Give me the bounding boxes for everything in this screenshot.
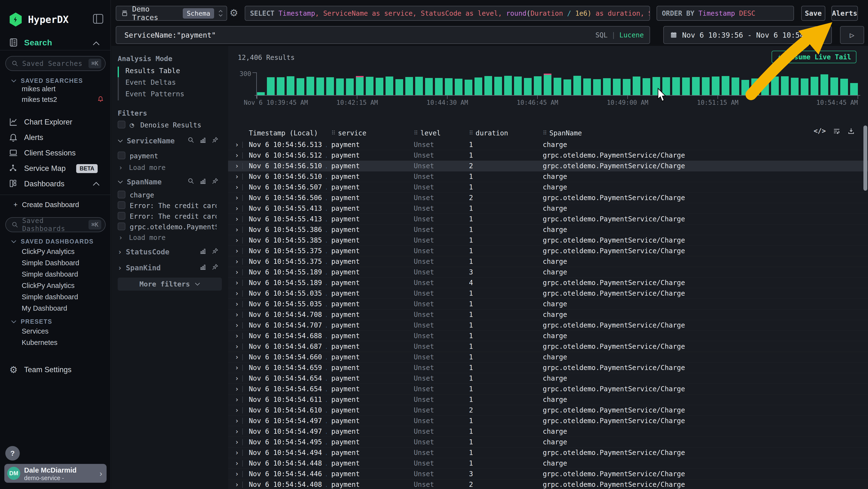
saved-searches-input[interactable]: Saved Searches ⌘K [5,56,105,71]
row-expander[interactable]: › [228,449,249,457]
bar-chart-icon[interactable] [199,264,207,270]
histogram-bar[interactable] [563,79,571,95]
spanname-option-label[interactable]: charge [130,191,154,199]
sidebar-item-dashboards[interactable]: Dashboards [9,179,64,189]
histogram-bar[interactable] [544,75,551,95]
saved-dashboard-item[interactable]: Simple dashboard [22,293,78,301]
row-expander[interactable]: › [228,268,249,276]
row-expand-icon[interactable]: › [235,226,239,234]
histogram-bar[interactable] [643,78,650,95]
date-range-input[interactable]: Nov 6 10:39:56 - Nov 6 10:54:56 [663,26,832,44]
row-expand-icon[interactable]: › [235,173,239,180]
row-expand-icon[interactable]: › [235,151,239,159]
histogram-bar[interactable] [751,79,759,95]
histogram-bar[interactable] [791,78,799,95]
filter-group-spankind[interactable]: › SpanKind [118,264,161,272]
table-row[interactable]: ›Nov 6 10:54:54.687 AMpaymentUnset1grpc.… [228,341,868,352]
filter-group-spanname[interactable]: SpanName [118,178,162,186]
query-language-toggle[interactable]: SQL | Lucene [595,31,644,39]
row-expand-icon[interactable]: › [235,300,239,308]
histogram-bar[interactable] [465,80,472,95]
drag-handle-icon[interactable]: ⠿ [414,130,418,136]
table-row[interactable]: ›Nov 6 10:54:54.497 AMpaymentUnset1grpc.… [228,415,868,426]
table-row[interactable]: ›Nov 6 10:54:56.506 AMpaymentUnset2grpc.… [228,193,868,203]
table-row[interactable]: ›Nov 6 10:54:54.610 AMpaymentUnset2grpc.… [228,405,868,415]
saved-dashboards-input[interactable]: Saved Dashboards ⌘K [5,217,105,232]
row-expander[interactable]: › [228,289,249,297]
histogram-bar[interactable] [346,79,354,95]
histogram-bar[interactable] [761,77,769,95]
row-expand-icon[interactable]: › [235,162,239,170]
row-expand-icon[interactable]: › [235,459,239,467]
row-expander[interactable]: › [228,353,249,361]
row-expand-icon[interactable]: › [235,247,239,255]
row-expander[interactable]: › [228,396,249,404]
help-button[interactable]: ? [5,446,20,461]
table-row[interactable]: ›Nov 6 10:54:54.660 AMpaymentUnset1charg… [228,352,868,363]
spanname-option-label[interactable]: grpc.oteldemo.PaymentSe… [130,223,217,231]
row-expand-icon[interactable]: › [235,194,239,202]
bar-chart-icon[interactable] [199,248,207,254]
histogram-bar[interactable] [593,79,601,95]
table-row[interactable]: ›Nov 6 10:54:54.654 AMpaymentUnset1charg… [228,373,868,384]
run-query-button[interactable]: ▷ [840,26,864,44]
row-expander[interactable]: › [228,343,249,350]
histogram-bar[interactable] [504,76,512,95]
drag-handle-icon[interactable]: ⠿ [543,130,547,136]
row-expand-icon[interactable]: › [235,183,239,191]
row-expander[interactable]: › [228,300,249,308]
row-expand-icon[interactable]: › [235,449,239,457]
row-expand-icon[interactable]: › [235,321,239,329]
table-row[interactable]: ›Nov 6 10:54:55.189 AMpaymentUnset4grpc.… [228,278,868,288]
saved-dashboard-item[interactable]: Simple dashboard [22,270,78,278]
histogram-bar[interactable] [376,78,383,95]
chevron-up-icon[interactable] [93,181,100,186]
row-expand-icon[interactable]: › [235,406,239,414]
pin-icon[interactable] [212,137,218,143]
histogram-bar[interactable] [741,80,749,95]
table-row[interactable]: ›Nov 6 10:54:56.510 AMpaymentUnset1charg… [228,171,868,182]
mode-event-deltas[interactable]: Event Deltas [125,78,176,86]
table-row[interactable]: ›Nov 6 10:54:55.386 AMpaymentUnset1charg… [228,225,868,235]
row-expander[interactable]: › [228,385,249,393]
sidebar-item-team-settings[interactable]: ⚙ Team Settings [9,365,71,375]
row-expander[interactable]: › [228,459,249,467]
row-expand-icon[interactable]: › [235,215,239,223]
sidebar-collapse-icon[interactable] [93,14,103,24]
spanname-option-label[interactable]: Error: The credit card … [130,212,217,220]
histogram-bar[interactable] [603,78,611,95]
table-row[interactable]: ›Nov 6 10:54:56.512 AMpaymentUnset1grpc.… [228,150,868,161]
histogram-bar[interactable] [287,76,294,95]
app-logo[interactable]: HyperDX [9,12,69,27]
histogram-bar[interactable] [811,77,818,95]
row-expand-icon[interactable]: › [235,470,239,478]
table-row[interactable]: ›Nov 6 10:54:56.513 AMpaymentUnset1charg… [228,140,868,150]
save-button[interactable]: Save [801,6,825,21]
table-row[interactable]: ›Nov 6 10:54:54.408 AMpaymentUnset2grpc.… [228,479,868,489]
histogram-bar[interactable] [445,78,453,95]
histogram-bar[interactable] [722,76,730,95]
wrap-text-icon[interactable] [833,127,840,135]
row-expand-icon[interactable]: › [235,289,239,297]
table-row[interactable]: ›Nov 6 10:54:54.611 AMpaymentUnset1charg… [228,394,868,405]
histogram-bar[interactable] [297,78,304,95]
saved-dashboard-item[interactable]: ClickPy Analytics [22,282,74,290]
histogram-bar[interactable] [801,79,808,95]
table-row[interactable]: ›Nov 6 10:54:55.375 AMpaymentUnset1charg… [228,256,868,267]
histogram-bar[interactable] [455,79,462,95]
row-expand-icon[interactable]: › [235,204,239,212]
histogram-bar[interactable] [652,77,660,95]
histogram-bar[interactable] [771,77,779,95]
spanname-checkbox[interactable] [118,223,125,230]
row-expand-icon[interactable]: › [235,141,239,149]
toggle-sql[interactable]: SQL [595,31,608,39]
histogram-bar[interactable] [830,78,838,95]
col-service[interactable]: ⠿service [327,129,409,137]
histogram-bar[interactable] [494,77,502,95]
row-expand-icon[interactable]: › [235,427,239,435]
histogram-bar[interactable] [583,79,591,95]
row-expander[interactable]: › [228,236,249,244]
denoise-checkbox[interactable] [118,121,125,128]
histogram-bar[interactable] [474,78,482,95]
histogram-bar[interactable] [692,77,700,95]
